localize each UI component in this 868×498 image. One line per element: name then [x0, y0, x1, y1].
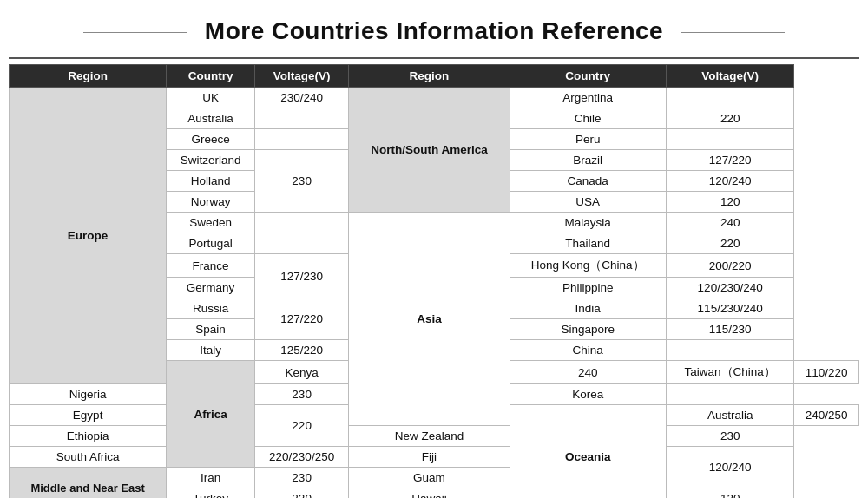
voltage-thailand: 220 [666, 233, 793, 254]
table-body: Europe UK 230/240 North/South America Ar… [10, 88, 859, 499]
voltage-malaysia: 240 [666, 213, 793, 233]
voltage-france-germany: 127/230 [254, 254, 348, 298]
table-row: Ethiopia New Zealand 230 [10, 426, 859, 447]
country-portugal: Portugal [167, 233, 255, 254]
country-nigeria: Nigeria [10, 384, 167, 405]
africa-region: Africa [167, 361, 255, 468]
voltage-holland-group: 230 [254, 150, 348, 213]
northsouth-region: North/South America [349, 88, 510, 213]
page-title: More Countries Information Reference [9, 17, 859, 45]
country-malaysia: Malaysia [510, 213, 666, 233]
voltage-australia-oc: 240/250 [794, 405, 859, 426]
country-india: India [510, 298, 666, 319]
country-australia-eu: Australia [167, 108, 255, 129]
country-spain: Spain [167, 319, 255, 340]
country-australia-oc: Australia [666, 405, 793, 426]
country-russia: Russia [167, 298, 255, 319]
voltage-iran: 230 [254, 468, 348, 488]
voltage-southafrica: 220/230/250 [254, 447, 348, 468]
voltage-philippine: 120/230/240 [666, 278, 793, 298]
col-header-region-left: Region [10, 65, 167, 88]
country-ethiopia: Ethiopia [10, 426, 167, 447]
country-argentina: Argentina [510, 88, 666, 108]
col-header-voltage-right: Voltage(V) [666, 65, 793, 88]
europe-region: Europe [10, 88, 167, 384]
country-korea: Korea [510, 384, 666, 405]
country-fiji: Fiji [349, 447, 510, 468]
country-southafrica: South Africa [10, 447, 167, 468]
country-sweden: Sweden [167, 213, 255, 233]
country-norway: Norway [167, 192, 255, 213]
voltage-australia-eu [254, 108, 348, 129]
voltage-india: 115/230/240 [666, 298, 793, 319]
country-greece: Greece [167, 129, 255, 150]
voltage-korea [666, 384, 793, 405]
voltage-chile: 220 [666, 108, 793, 129]
country-china: China [510, 340, 666, 361]
country-brazil: Brazil [510, 150, 666, 171]
page-wrapper: More Countries Information Reference Reg… [0, 0, 868, 498]
table-row: South Africa 220/230/250 Fiji 120/240 [10, 447, 859, 468]
country-hawaii: Hawaii [349, 488, 510, 499]
country-egypt: Egypt [10, 405, 167, 426]
voltage-nigeria: 230 [254, 384, 348, 405]
voltage-china [666, 340, 793, 361]
voltage-kenya: 240 [510, 361, 666, 384]
col-header-country-right: Country [510, 65, 666, 88]
country-italy: Italy [167, 340, 255, 361]
voltage-singapore: 115/230 [666, 319, 793, 340]
voltage-greece [254, 129, 348, 150]
country-france: France [167, 254, 255, 278]
country-usa: USA [510, 192, 666, 213]
voltage-hawaii: 120 [666, 488, 793, 499]
country-iran: Iran [167, 468, 255, 488]
country-uk: UK [167, 88, 255, 108]
country-switzerland: Switzerland [167, 150, 255, 171]
voltage-newzealand: 230 [666, 426, 793, 447]
countries-table: Region Country Voltage(V) Region Country… [9, 64, 859, 498]
voltage-argentina [666, 88, 793, 108]
asia-region: Asia [349, 213, 510, 426]
voltage-canada: 120/240 [666, 171, 793, 192]
country-kenya: Kenya [254, 361, 348, 384]
country-newzealand: New Zealand [349, 426, 510, 447]
col-header-region-right: Region [349, 65, 510, 88]
voltage-fiji-guam: 120/240 [666, 447, 793, 488]
country-taiwan: Taiwan（China） [666, 361, 793, 384]
title-line-right [681, 32, 785, 33]
country-singapore: Singapore [510, 319, 666, 340]
voltage-usa: 120 [666, 192, 793, 213]
voltage-uk: 230/240 [254, 88, 348, 108]
table-header-row: Region Country Voltage(V) Region Country… [10, 65, 859, 88]
country-hongkong: Hong Kong（China） [510, 254, 666, 278]
voltage-italy: 125/220 [254, 340, 348, 361]
col-header-country-left: Country [167, 65, 255, 88]
voltage-egypt-ethiopia: 220 [254, 405, 348, 447]
country-canada: Canada [510, 171, 666, 192]
country-germany: Germany [167, 278, 255, 298]
country-guam: Guam [349, 468, 510, 488]
title-area: More Countries Information Reference [9, 9, 859, 59]
country-peru: Peru [510, 129, 666, 150]
voltage-taiwan: 110/220 [794, 361, 859, 384]
country-thailand: Thailand [510, 233, 666, 254]
table-row: Europe UK 230/240 North/South America Ar… [10, 88, 859, 108]
voltage-peru [666, 129, 793, 150]
mideast-region: Middle and Near East [10, 468, 167, 499]
country-philippine: Philippine [510, 278, 666, 298]
voltage-portugal [254, 233, 348, 254]
voltage-russia-spain: 127/220 [254, 298, 348, 340]
voltage-turkey: 220 [254, 488, 348, 499]
oceania-region: Oceania [510, 405, 666, 499]
country-turkey: Turkey [167, 488, 255, 499]
title-line-left [83, 32, 187, 33]
voltage-brazil: 127/220 [666, 150, 793, 171]
country-chile: Chile [510, 108, 666, 129]
country-holland: Holland [167, 171, 255, 192]
voltage-hongkong: 200/220 [666, 254, 793, 278]
voltage-sweden [254, 213, 348, 233]
col-header-voltage-left: Voltage(V) [254, 65, 348, 88]
